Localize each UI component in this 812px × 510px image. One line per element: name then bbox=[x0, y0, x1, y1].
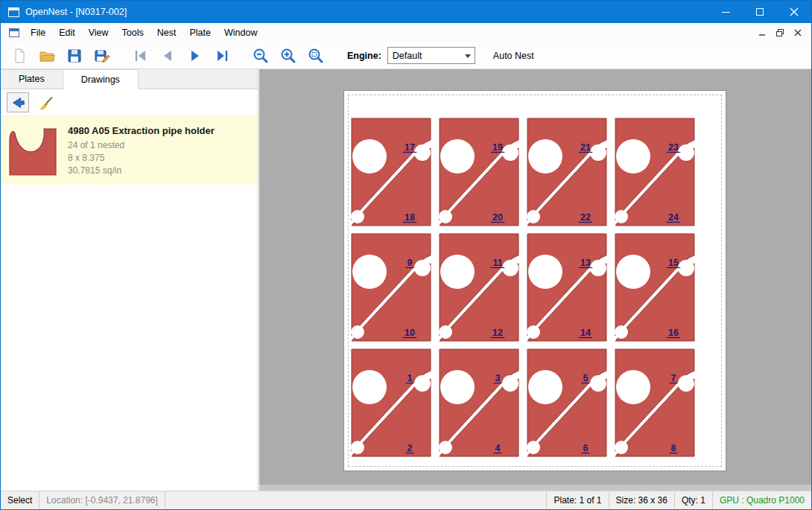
zoom-out-icon bbox=[252, 47, 270, 65]
auto-nest-button[interactable]: Auto Nest bbox=[487, 47, 540, 65]
first-plate-icon bbox=[131, 47, 149, 65]
svg-text:22: 22 bbox=[580, 212, 591, 223]
svg-text:24: 24 bbox=[668, 212, 679, 223]
menu-file[interactable]: File bbox=[24, 24, 52, 42]
menu-edit[interactable]: Edit bbox=[52, 24, 82, 42]
svg-text:19: 19 bbox=[492, 142, 503, 153]
nested-part-pair[interactable]: 3 4 bbox=[435, 346, 523, 459]
nested-part-pair[interactable]: 11 12 bbox=[435, 231, 523, 344]
maximize-icon bbox=[756, 8, 764, 16]
mdi-minimize-button[interactable] bbox=[753, 25, 771, 40]
new-document-icon bbox=[10, 47, 28, 65]
close-button[interactable] bbox=[777, 1, 811, 23]
last-plate-button[interactable] bbox=[209, 45, 236, 67]
toolbar: Engine: Default Auto Nest bbox=[1, 42, 811, 69]
nested-part-pair[interactable]: 7 8 bbox=[611, 346, 699, 459]
nest-canvas[interactable]: 17 18 19 20 21 22 bbox=[259, 69, 811, 491]
mdi-close-icon bbox=[793, 28, 802, 37]
save-icon bbox=[66, 47, 83, 65]
save-as-button[interactable] bbox=[88, 45, 115, 67]
window-title: OpenNest - [N0317-002] bbox=[25, 7, 127, 17]
menu-bar: File Edit View Tools Nest Plate Window bbox=[1, 23, 811, 42]
svg-text:21: 21 bbox=[580, 142, 591, 153]
svg-text:13: 13 bbox=[580, 258, 591, 268]
drawing-list: 4980 A05 Extraction pipe holder 24 of 1 … bbox=[1, 116, 258, 491]
statusbar-spacer bbox=[165, 491, 547, 509]
nested-part-pair[interactable]: 23 24 bbox=[611, 115, 699, 229]
menu-plate[interactable]: Plate bbox=[183, 24, 218, 42]
app-window: OpenNest - [N0317-002] File Edit View To… bbox=[0, 0, 812, 510]
part-thumbnail bbox=[7, 124, 59, 177]
open-button[interactable] bbox=[33, 45, 60, 67]
mdi-restore-icon bbox=[775, 28, 784, 37]
previous-plate-button[interactable] bbox=[153, 45, 181, 67]
previous-plate-icon bbox=[159, 47, 177, 65]
svg-text:18: 18 bbox=[405, 212, 415, 223]
app-icon bbox=[8, 7, 19, 17]
drawing-title: 4980 A05 Extraction pipe holder bbox=[68, 125, 215, 136]
location-status: Location: [-0.9437, 21.8796] bbox=[39, 491, 165, 509]
close-icon bbox=[790, 7, 799, 16]
drawing-size: 8 x 8.375 bbox=[68, 152, 215, 165]
svg-text:17: 17 bbox=[405, 142, 415, 153]
svg-text:6: 6 bbox=[583, 443, 589, 453]
nested-part-pair[interactable]: 19 20 bbox=[435, 115, 523, 229]
nested-part-pair[interactable]: 5 6 bbox=[523, 346, 611, 459]
svg-text:15: 15 bbox=[668, 258, 679, 268]
first-plate-button[interactable] bbox=[126, 45, 153, 67]
save-button[interactable] bbox=[60, 45, 88, 67]
plate-size-status: Size: 36 x 36 bbox=[609, 491, 674, 509]
svg-text:8: 8 bbox=[671, 443, 676, 453]
document-icon bbox=[9, 28, 19, 37]
svg-text:5: 5 bbox=[583, 373, 589, 383]
next-plate-icon bbox=[186, 47, 204, 65]
broom-icon bbox=[38, 95, 54, 111]
svg-text:16: 16 bbox=[668, 328, 679, 338]
next-plate-button[interactable] bbox=[181, 45, 209, 67]
engine-select[interactable]: Default bbox=[387, 47, 475, 64]
engine-value: Default bbox=[393, 51, 422, 61]
gpu-status: GPU : Quadro P1000 bbox=[712, 491, 811, 509]
engine-label: Engine: bbox=[347, 51, 381, 61]
nested-part-pair[interactable]: 9 10 bbox=[347, 231, 435, 344]
nested-part-pair[interactable]: 21 22 bbox=[523, 115, 611, 229]
svg-text:7: 7 bbox=[671, 373, 676, 383]
svg-text:11: 11 bbox=[492, 258, 502, 268]
nested-part-pair[interactable]: 13 14 bbox=[523, 231, 611, 344]
send-to-nest-button[interactable] bbox=[7, 92, 29, 112]
nested-part-pair[interactable]: 17 18 bbox=[347, 115, 435, 229]
mdi-close-button[interactable] bbox=[789, 25, 807, 40]
list-item-drawing[interactable]: 4980 A05 Extraction pipe holder 24 of 1 … bbox=[1, 116, 258, 185]
mdi-minimize-icon bbox=[758, 28, 767, 37]
open-folder-icon bbox=[38, 47, 56, 65]
menu-view[interactable]: View bbox=[82, 24, 115, 42]
chevron-down-icon bbox=[465, 54, 471, 58]
save-edit-icon bbox=[93, 47, 111, 65]
zoom-extents-button[interactable] bbox=[302, 45, 329, 67]
sidebar-tabstrip: Plates Drawings bbox=[1, 69, 258, 89]
mdi-restore-button[interactable] bbox=[771, 25, 789, 40]
menu-nest[interactable]: Nest bbox=[150, 24, 183, 42]
zoom-extents-icon bbox=[307, 47, 325, 65]
new-button[interactable] bbox=[5, 45, 33, 67]
minimize-button[interactable] bbox=[708, 1, 743, 23]
drawing-area: 30.7815 sq/in bbox=[68, 165, 215, 177]
last-plate-icon bbox=[214, 47, 232, 65]
nested-part-pair[interactable]: 15 16 bbox=[611, 231, 699, 344]
plate-count-status: Plate: 1 of 1 bbox=[546, 491, 608, 509]
mode-status: Select bbox=[1, 491, 39, 509]
tab-drawings[interactable]: Drawings bbox=[63, 69, 139, 89]
menu-tools[interactable]: Tools bbox=[115, 24, 150, 42]
zoom-out-button[interactable] bbox=[247, 45, 274, 67]
zoom-in-button[interactable] bbox=[274, 45, 302, 67]
menu-window[interactable]: Window bbox=[218, 24, 264, 42]
svg-text:9: 9 bbox=[407, 258, 413, 268]
svg-text:23: 23 bbox=[668, 142, 679, 153]
clear-button[interactable] bbox=[35, 92, 57, 112]
svg-text:3: 3 bbox=[495, 373, 501, 383]
svg-text:14: 14 bbox=[580, 328, 591, 338]
tab-plates[interactable]: Plates bbox=[1, 69, 63, 89]
maximize-button[interactable] bbox=[743, 1, 777, 23]
status-bar: Select Location: [-0.9437, 21.8796] Plat… bbox=[1, 491, 811, 509]
nested-part-pair[interactable]: 1 2 bbox=[347, 346, 435, 459]
